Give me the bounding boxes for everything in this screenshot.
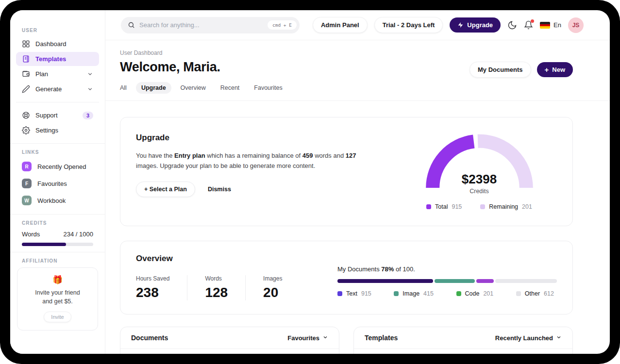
- legend-item-total: Total 915: [426, 203, 462, 210]
- wallet-icon: [22, 70, 30, 78]
- upgrade-card-left: Upgrade You have the Entry plan which ha…: [136, 133, 364, 210]
- templates-card-title: Templates: [365, 334, 398, 342]
- plus-icon: +: [545, 66, 549, 73]
- link-recently-opened[interactable]: R Recently Opened: [16, 159, 99, 174]
- gauge-center: $2398 Credits: [425, 172, 534, 195]
- sidebar-item-label: Support: [35, 112, 58, 119]
- sidebar-item-label: Dashboard: [35, 40, 67, 48]
- support-count-badge: 3: [83, 112, 93, 119]
- link-label: Workbook: [37, 197, 66, 204]
- credits-row: Words 234 / 1000: [10, 230, 105, 238]
- stacked-bar: [337, 279, 557, 283]
- gauge-label: Credits: [425, 188, 534, 195]
- content-area: User Dashboard Welcome, Maria. My Docume…: [105, 40, 610, 354]
- trial-badge[interactable]: Trial - 2 Days Left: [374, 17, 443, 33]
- my-documents-button[interactable]: My Documents: [469, 62, 531, 78]
- credits-progress-fill: [22, 243, 66, 246]
- document-row[interactable]: Untitled Document in Workbook: [120, 349, 339, 354]
- link-workbook[interactable]: W Workbook: [16, 193, 99, 208]
- gauge-chart: $2398 Credits: [425, 133, 534, 196]
- notifications-bell-icon[interactable]: [524, 20, 533, 30]
- link-initial-badge: R: [22, 162, 32, 171]
- language-switcher[interactable]: En: [540, 21, 561, 29]
- documents-usage: My Documents 78% of 100. Text 915: [337, 254, 557, 300]
- lifebuoy-icon: [22, 111, 30, 119]
- user-avatar[interactable]: JS: [568, 17, 584, 33]
- sidebar-item-settings[interactable]: Settings: [16, 123, 99, 137]
- new-button[interactable]: + New: [537, 62, 573, 77]
- breadcrumb: User Dashboard: [120, 50, 573, 56]
- admin-panel-button[interactable]: Admin Panel: [313, 17, 368, 33]
- templates-filter-dropdown[interactable]: Recently Launched: [495, 334, 562, 342]
- sidebar-item-templates[interactable]: Templates: [16, 52, 99, 66]
- tab-recent[interactable]: Recent: [215, 82, 245, 94]
- legend-swatch: [426, 204, 431, 209]
- sidebar-section-user: USER: [22, 28, 105, 33]
- sidebar-section-links: LINKS: [22, 149, 105, 155]
- overview-card: Overview Hours Saved 238 Words 128: [120, 241, 573, 314]
- link-label: Recently Opened: [37, 163, 86, 170]
- device-frame: USER Dashboard Templates Plan: [0, 0, 620, 364]
- legend-item-remaining: Remaining 201: [480, 203, 532, 210]
- cards-container: Upgrade You have the Entry plan which ha…: [105, 117, 610, 354]
- grid-icon: [22, 40, 30, 48]
- upgrade-card-actions: + Select a Plan Dismiss: [136, 182, 364, 197]
- bottom-row: Documents Favourites Untitled Document: [120, 327, 573, 354]
- sidebar-nav: Dashboard Templates Plan: [10, 37, 105, 137]
- invite-button[interactable]: Invite: [44, 312, 71, 322]
- sidebar-divider: [10, 214, 105, 215]
- topbar: cmd + E Admin Panel Trial - 2 Days Left …: [105, 10, 610, 40]
- legend-swatch: [480, 204, 485, 209]
- affiliation-card: 🎁 Invite your friend and get $5. Invite: [17, 267, 98, 331]
- search-bar[interactable]: cmd + E: [121, 17, 300, 33]
- legend-swatch: [337, 291, 342, 296]
- credits-gauge: $2398 Credits Total 915: [421, 133, 537, 210]
- search-input[interactable]: [139, 21, 268, 29]
- dismiss-button[interactable]: Dismiss: [208, 186, 231, 193]
- legend-item-text: Text 915: [337, 290, 371, 297]
- bar-segment-text: [337, 279, 433, 283]
- templates-icon: [22, 55, 30, 63]
- search-icon: [128, 21, 135, 29]
- bar-legend: Text 915 Image 415 Code 20: [337, 290, 557, 297]
- notification-dot: [531, 19, 534, 23]
- sidebar: USER Dashboard Templates Plan: [10, 10, 105, 354]
- sidebar-item-dashboard[interactable]: Dashboard: [16, 37, 99, 51]
- legend-swatch: [456, 291, 461, 296]
- template-row[interactable]: Blog Post Title in Workbook: [354, 349, 572, 354]
- stat-images: Images 20: [245, 275, 300, 300]
- sidebar-divider: [10, 252, 105, 252]
- gauge-legend: Total 915 Remaining 201: [421, 203, 537, 210]
- gear-icon: [22, 126, 30, 134]
- pencil-icon: [22, 85, 30, 93]
- tab-upgrade[interactable]: Upgrade: [136, 82, 171, 94]
- topbar-right: Admin Panel Trial - 2 Days Left Upgrade: [313, 17, 584, 33]
- bar-segment-image: [435, 279, 475, 283]
- tab-all[interactable]: All: [115, 82, 132, 94]
- documents-card-title: Documents: [131, 334, 168, 342]
- language-label: En: [553, 21, 561, 29]
- sidebar-item-label: Settings: [35, 127, 58, 134]
- sidebar-item-generate[interactable]: Generate: [16, 82, 99, 96]
- link-initial-badge: F: [22, 179, 32, 188]
- upgrade-card-title: Upgrade: [136, 133, 364, 143]
- overview-left: Overview Hours Saved 238 Words 128: [136, 254, 300, 300]
- select-plan-button[interactable]: + Select a Plan: [136, 182, 195, 197]
- legend-swatch: [516, 291, 521, 296]
- tab-favourites[interactable]: Favourites: [249, 82, 287, 94]
- sidebar-links: R Recently Opened F Favourites W Workboo…: [10, 159, 105, 208]
- documents-card-header: Documents Favourites: [120, 327, 339, 349]
- dark-mode-toggle[interactable]: [507, 20, 517, 30]
- link-favourites[interactable]: F Favourites: [16, 176, 99, 191]
- documents-filter-dropdown[interactable]: Favourites: [287, 334, 328, 342]
- page-header: User Dashboard Welcome, Maria. My Docume…: [105, 40, 610, 101]
- legend-item-image: Image 415: [394, 290, 434, 297]
- upgrade-button[interactable]: Upgrade: [450, 17, 501, 33]
- tab-overview[interactable]: Overview: [175, 82, 211, 94]
- templates-card: Templates Recently Launched Blog Post Ti…: [353, 327, 573, 354]
- main-area: cmd + E Admin Panel Trial - 2 Days Left …: [105, 10, 610, 354]
- sidebar-item-plan[interactable]: Plan: [16, 67, 99, 81]
- sidebar-item-support[interactable]: Support 3: [16, 108, 99, 122]
- templates-card-header: Templates Recently Launched: [354, 327, 572, 349]
- search-shortcut-badge: cmd + E: [268, 20, 297, 30]
